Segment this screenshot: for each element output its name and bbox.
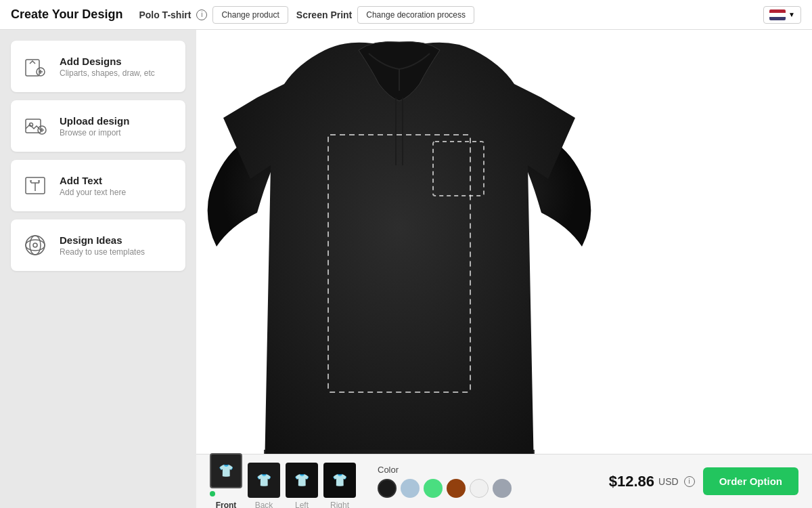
add-designs-text: Add Designs Cliparts, shapes, draw, etc — [60, 56, 155, 78]
canvas-area: 👕 Front 👕 Back 👕 Left — [196, 30, 812, 508]
svg-point-8 — [33, 243, 37, 247]
design-ideas-subtitle: Ready to use templates — [60, 247, 145, 257]
view-tab-left-label: Left — [295, 501, 309, 509]
sidebar: Add Designs Cliparts, shapes, draw, etc … — [0, 30, 196, 508]
view-tab-front[interactable]: 👕 Front — [210, 453, 242, 509]
product-info-icon[interactable]: i — [196, 9, 207, 20]
change-decoration-button[interactable]: Change decoration process — [357, 6, 474, 24]
price-amount: $12.86 — [609, 473, 654, 490]
view-thumb-right: 👕 — [323, 463, 356, 498]
add-text-subtitle: Add your text here — [60, 188, 126, 197]
svg-point-9 — [26, 236, 45, 255]
page-title: Create Your Design — [11, 7, 122, 22]
add-designs-icon — [20, 51, 50, 81]
main-layout: Add Designs Cliparts, shapes, draw, etc … — [0, 30, 812, 508]
design-ideas-text: Design Ideas Ready to use templates — [60, 234, 145, 257]
price-currency: USD — [658, 476, 679, 487]
color-swatch-black[interactable] — [378, 479, 397, 498]
upload-design-title: Upload design — [60, 115, 129, 127]
canvas-image-container[interactable] — [196, 30, 812, 454]
view-thumb-back: 👕 — [248, 463, 280, 498]
color-swatch-gray[interactable] — [493, 479, 512, 498]
price-order: $12.86 USD i Order Option — [609, 467, 798, 495]
svg-point-7 — [30, 236, 41, 255]
view-tab-front-label: Front — [216, 501, 237, 509]
active-indicator — [210, 491, 215, 496]
add-text-text: Add Text Add your text here — [60, 175, 126, 197]
view-tab-back[interactable]: 👕 Back — [248, 463, 280, 509]
view-thumb-front: 👕 — [210, 453, 242, 488]
chevron-down-icon: ▼ — [788, 11, 795, 18]
view-tab-right[interactable]: 👕 Right — [323, 463, 356, 509]
add-text-card[interactable]: Add Text Add your text here — [11, 160, 185, 211]
upload-design-card[interactable]: Upload design Browse or import — [11, 100, 185, 152]
upload-design-subtitle: Browse or import — [60, 128, 129, 137]
upload-design-icon — [20, 111, 50, 141]
color-swatch-green[interactable] — [424, 479, 443, 498]
svg-point-6 — [26, 240, 45, 251]
design-ideas-icon — [20, 230, 50, 260]
view-tab-right-label: Right — [330, 501, 349, 509]
color-swatch-brown[interactable] — [447, 479, 466, 498]
flag-icon — [769, 9, 786, 20]
design-ideas-card[interactable]: Design Ideas Ready to use templates — [11, 219, 185, 271]
view-tabs: 👕 Front 👕 Back 👕 Left — [210, 453, 356, 509]
color-swatch-white[interactable] — [470, 479, 489, 498]
add-designs-card[interactable]: Add Designs Cliparts, shapes, draw, etc — [11, 41, 185, 92]
add-text-title: Add Text — [60, 175, 126, 186]
view-tab-back-label: Back — [255, 501, 273, 509]
change-product-button[interactable]: Change product — [212, 6, 288, 24]
color-swatches — [378, 479, 512, 498]
add-designs-title: Add Designs — [60, 56, 155, 67]
upload-design-text: Upload design Browse or import — [60, 115, 129, 137]
language-selector[interactable]: ▼ — [763, 6, 801, 24]
order-button[interactable]: Order Option — [703, 467, 798, 495]
add-designs-subtitle: Cliparts, shapes, draw, etc — [60, 68, 155, 78]
shirt-illustration — [196, 30, 602, 454]
product-info: Polo T-shirt i Change product — [139, 6, 288, 24]
view-thumb-left: 👕 — [286, 463, 318, 498]
price-info-icon[interactable]: i — [684, 476, 695, 487]
design-ideas-title: Design Ideas — [60, 234, 145, 246]
svg-rect-12 — [264, 450, 535, 454]
bottom-bar: 👕 Front 👕 Back 👕 Left — [196, 454, 812, 508]
color-swatch-blue[interactable] — [401, 479, 420, 498]
add-text-icon — [20, 171, 50, 200]
decoration-label: Screen Print — [296, 9, 352, 20]
header: Create Your Design Polo T-shirt i Change… — [0, 0, 812, 30]
color-section: Color — [378, 465, 512, 498]
color-label: Color — [378, 465, 512, 475]
view-tab-left[interactable]: 👕 Left — [286, 463, 318, 509]
price-display: $12.86 USD i — [609, 473, 695, 490]
product-name: Polo T-shirt — [139, 9, 191, 20]
